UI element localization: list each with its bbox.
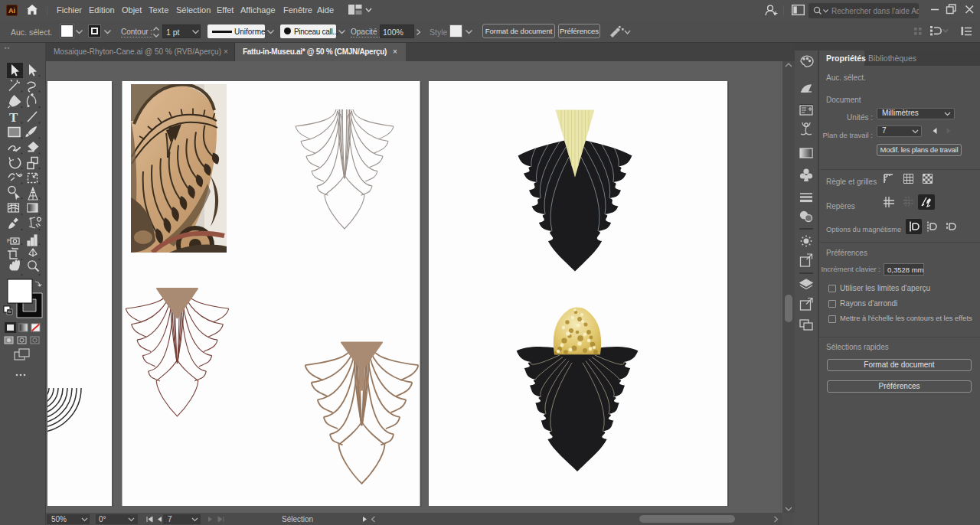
svg-text:T: T (9, 110, 18, 125)
svg-text:F: F (7, 237, 11, 244)
